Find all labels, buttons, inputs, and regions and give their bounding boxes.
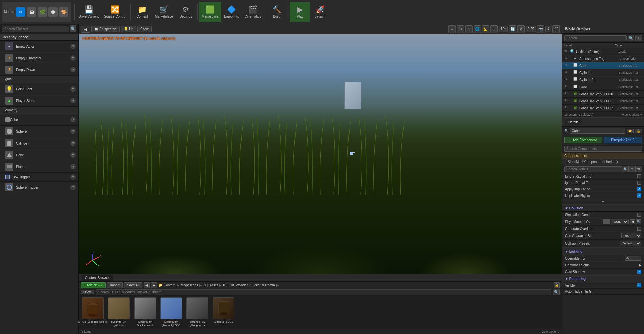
details-search-input[interactable] xyxy=(564,146,642,152)
save-all-button[interactable]: Save All xyxy=(124,282,142,288)
cylinder-help[interactable]: ? xyxy=(70,141,76,146)
content-item-bucket[interactable]: 01_Old_Wooden_Bucket xyxy=(81,297,104,324)
forward-button[interactable]: ▶ xyxy=(151,282,157,288)
search-classes-input[interactable] xyxy=(2,26,69,32)
translate-btn[interactable]: ↔ xyxy=(448,25,456,33)
rotate-btn[interactable]: ↻ xyxy=(457,25,464,33)
breadcrumb-content[interactable]: Content xyxy=(164,283,175,287)
category-geometry[interactable]: Geometry xyxy=(0,107,78,114)
list-item-sphere[interactable]: Sphere ? xyxy=(0,126,78,137)
box-trigger-help[interactable]: ? xyxy=(70,174,76,180)
breadcrumb-bucket[interactable]: 01_Old_Wooden_Bucket_tl3ifdmfa xyxy=(223,283,275,287)
empty-actor-help[interactable]: ? xyxy=(70,44,76,49)
view-options-cb[interactable]: View Options xyxy=(541,330,559,333)
source-control-button[interactable]: 🔀 Source Control xyxy=(101,2,129,22)
details-component-static[interactable]: StaticMeshComponent (Inherited) xyxy=(562,159,644,165)
checkbox-generate-overlap[interactable] xyxy=(637,227,641,231)
content-browser-search[interactable] xyxy=(96,289,551,295)
sphere-help[interactable]: ? xyxy=(70,129,76,134)
outliner-item-grass-lod2[interactable]: 👁 🌿 Grass_02_Var2_LOD2 StaticMeshAct xyxy=(562,105,644,112)
section-rendering[interactable]: ▼ Rendering xyxy=(562,275,644,282)
list-item-cylinder[interactable]: Cylinder ? xyxy=(0,137,78,149)
perspective-btn[interactable]: 🔲 Perspective xyxy=(91,26,120,32)
viewport[interactable]: ☛ LIGHTING NEEDS TO BE REBUILT (9 unbuil… xyxy=(79,34,562,274)
phys-material-browse[interactable]: ◀ xyxy=(630,219,635,224)
content-browser-tab[interactable]: Content Browser xyxy=(82,275,113,281)
grid-snap-btn[interactable]: ⊞ xyxy=(490,25,498,33)
surface-snapping-btn[interactable]: 📐 xyxy=(482,25,489,33)
point-light-help[interactable]: ? xyxy=(70,86,76,92)
scale-snap-icon[interactable]: ⊠ xyxy=(517,25,525,33)
details-props-eye-btn[interactable]: 👁 xyxy=(635,166,642,172)
outliner-item-cube[interactable]: 👁 ⬜ Cube StaticMeshAc xyxy=(562,62,644,69)
maximize-viewport-btn[interactable]: ⛶ xyxy=(552,25,560,33)
lightmass-expand-icon[interactable]: ▶ xyxy=(639,263,641,267)
list-item-cube[interactable]: Cube ? xyxy=(0,114,78,126)
checkbox-sim-generates[interactable] xyxy=(637,213,641,217)
outliner-item-fog[interactable]: 👁 ☁ Atmospheric Fog AtmosphericF xyxy=(562,55,644,62)
details-browse-button[interactable]: 📂 xyxy=(627,129,634,133)
add-new-button[interactable]: + Add New ▾ xyxy=(81,282,106,288)
megascans-button[interactable]: 🟩 Megascans xyxy=(199,2,221,22)
content-item-roughness[interactable]: tl3ifdmfa_8K _Roughness xyxy=(185,297,209,327)
outliner-item-floor[interactable]: 👁 ⬜ Floor StaticMeshAct xyxy=(562,84,644,91)
phys-material-swatch[interactable] xyxy=(603,219,610,224)
details-props-search-btn[interactable]: 🔍 xyxy=(622,166,629,172)
content-item-lod[interactable]: tl3ifdmfa_ LOD0 xyxy=(212,297,235,324)
mode-btn-foliage[interactable]: 🌿 xyxy=(38,7,47,17)
checkbox-cast-shadow[interactable]: ✓ xyxy=(637,270,641,274)
list-item-empty-pawn[interactable]: 🧍 Empty Pawn ? xyxy=(0,64,78,76)
outliner-item-grass-lod0[interactable]: 👁 🌿 Grass_02_Var2_LOD0 StaticMeshAct xyxy=(562,91,644,98)
outliner-item-cylinder[interactable]: 👁 ⬜ Cylinder StaticMeshAct xyxy=(562,69,644,76)
cube-help[interactable]: ? xyxy=(70,117,76,122)
list-item-player-start[interactable]: ▲ Player Start ? xyxy=(0,95,78,107)
view-options-outliner[interactable]: View Options ▾ xyxy=(622,113,642,116)
lit-btn[interactable]: 💡 Lit xyxy=(121,26,136,32)
list-item-plane[interactable]: Plane ? xyxy=(0,161,78,173)
viewport-toggle-btn[interactable]: ◀ xyxy=(81,26,90,33)
phys-material-clear[interactable]: 🔍 xyxy=(636,219,641,224)
checkbox-visible[interactable]: ✓ xyxy=(637,283,641,287)
content-item-normal[interactable]: tl3ifdmfa_8K _Normal_LOD0 xyxy=(159,297,183,327)
outliner-item-grass-lod1[interactable]: 👁 🌿 Grass_02_Var2_LOD1 StaticMeshAct xyxy=(562,98,644,105)
build-button[interactable]: 🔨 Build xyxy=(267,2,287,22)
content-item-displacement[interactable]: tl3ifdmfa_8K Displacement xyxy=(133,297,157,327)
blueprint-button[interactable]: Blueprint/Add S xyxy=(604,137,642,143)
list-item-sphere-trigger[interactable]: Sphere Trigger ? xyxy=(0,182,78,193)
mode-btn-mesh[interactable]: ⬟ xyxy=(48,7,58,17)
marketplace-button[interactable]: 🛒 Marketplace xyxy=(152,2,176,22)
checkbox-ignore-radial-for[interactable] xyxy=(637,181,641,185)
cone-help[interactable]: ? xyxy=(70,152,76,158)
category-lights[interactable]: Lights xyxy=(0,76,78,83)
scale-btn[interactable]: ⤡ xyxy=(465,25,473,33)
details-name-input[interactable] xyxy=(570,128,625,134)
show-btn[interactable]: Show xyxy=(137,26,152,32)
details-props-view-btn[interactable]: ≡ xyxy=(629,166,635,172)
empty-character-help[interactable]: ? xyxy=(70,55,76,61)
settings-button[interactable]: ⚙ Settings xyxy=(176,2,196,22)
camera-speed-btn[interactable]: 📷 xyxy=(537,25,544,33)
collision-presets-select[interactable]: Default xyxy=(620,241,641,246)
filters-button[interactable]: Filters xyxy=(81,290,94,294)
mode-btn-landscape[interactable]: 🏔 xyxy=(27,7,36,17)
list-item-cone[interactable]: Cone ? xyxy=(0,149,78,161)
outliner-search-input[interactable] xyxy=(564,35,627,41)
sphere-trigger-help[interactable]: ? xyxy=(70,185,76,190)
launch-button[interactable]: 🚀 Launch xyxy=(310,2,330,22)
empty-pawn-help[interactable]: ? xyxy=(70,67,76,72)
mode-btn-select[interactable]: ✏ xyxy=(16,7,25,17)
outliner-search-button[interactable]: 🔍 xyxy=(628,35,634,41)
outliner-item-cylinder2[interactable]: 👁 ⬜ Cylinder2 StaticMeshAct xyxy=(562,76,644,84)
breadcrumb-megascans[interactable]: Megascans xyxy=(181,283,198,287)
outliner-item-untitled[interactable]: 👁 🌍 Untitled (Editor) World xyxy=(562,48,644,55)
details-tab[interactable]: Details xyxy=(565,119,582,125)
details-lock-button[interactable]: 🔒 xyxy=(635,129,642,133)
content-search-button[interactable]: 🔍 xyxy=(553,289,560,295)
overridden-li-input[interactable] xyxy=(625,256,641,261)
list-item-point-light[interactable]: 💡 Point Light ? xyxy=(0,83,78,95)
outliner-add-button[interactable]: + xyxy=(635,35,642,41)
checkbox-replicate-physic[interactable]: ✓ xyxy=(637,193,641,198)
import-button[interactable]: Import xyxy=(107,282,122,288)
content-item-albedo[interactable]: tl3ifdmfa_8K _Albedo xyxy=(107,297,130,327)
section-lighting[interactable]: ▼ Lighting xyxy=(562,247,644,255)
